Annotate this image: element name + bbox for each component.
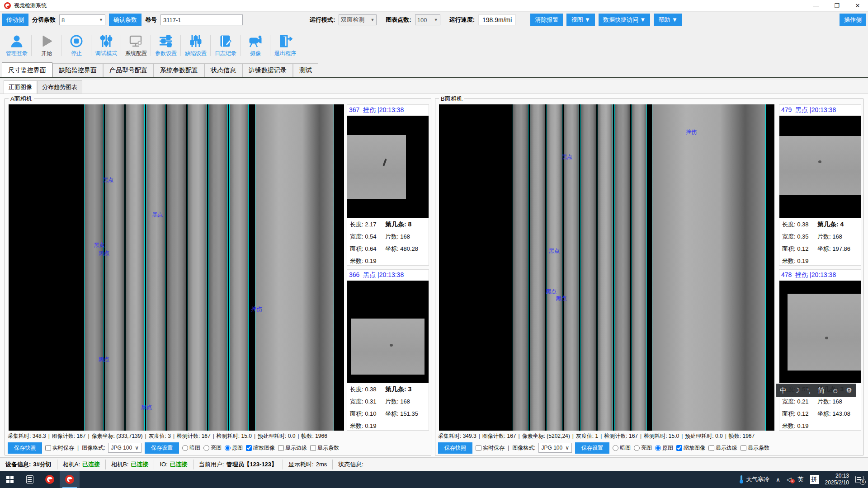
defect-card[interactable]: 478 挫伤 |20:13:38 长度: 0.57 第几条: 3 宽度: 0.2… (779, 269, 861, 431)
save-settings-button[interactable]: 保存设置 (145, 442, 179, 454)
chart-points-select[interactable]: 100▼ (415, 14, 440, 25)
drive-side-button[interactable]: 传动侧 (2, 14, 28, 26)
defect-card[interactable]: 366 黑点 |20:13:38 长度: 0.38 第几条: 3 宽度: 0.3… (347, 269, 429, 431)
camera-a-panel: A面相机 黑点黑点黑点黑点挫伤黑点黑点 367 挫伤 |20:13:38 (5, 99, 431, 455)
taskbar: 天气寒冷 ∧ ◁× 英 拼 20:13 2025/2/10 6 (0, 471, 868, 488)
zoom-image-checkbox[interactable]: 缩放图像 (676, 444, 705, 452)
tab-size-monitor[interactable]: 尺寸监控界面 (2, 62, 52, 77)
show-edge-checkbox[interactable]: 显示边缘 (278, 444, 307, 452)
defect-label: 黑点 (549, 247, 560, 255)
tab-defect-monitor[interactable]: 缺陷监控界面 (52, 63, 103, 77)
dark-image-radio[interactable]: 暗图 (613, 444, 631, 452)
operate-side-button[interactable]: 操作侧 (840, 14, 866, 26)
taskbar-app-button-active[interactable] (60, 471, 80, 488)
defect-stats: 长度: 0.38 第几条: 4 宽度: 0.35 片数: 168 面积: 0.1… (779, 218, 861, 265)
maximize-button[interactable]: ❐ (826, 0, 847, 11)
inspection-app-icon (45, 475, 54, 484)
save-settings-button[interactable]: 保存设置 (575, 442, 609, 454)
defect-settings-button[interactable]: 缺陷设置 (181, 31, 211, 61)
slit-strip (146, 104, 165, 431)
defect-header: 366 黑点 |20:13:38 (347, 270, 429, 281)
original-image-radio[interactable]: 原图 (655, 444, 673, 452)
defect-header: 479 黑点 |20:13:38 (779, 105, 861, 116)
data-quick-access-button[interactable]: 数据快捷访问 ▼ (599, 14, 650, 26)
clear-alarm-button[interactable]: 清除报警 (530, 14, 563, 26)
tab-distribution-trend-chart[interactable]: 分布趋势图表 (37, 80, 82, 94)
close-button[interactable]: ✕ (847, 0, 868, 11)
exit-program-button[interactable]: 退出程序 (270, 31, 300, 61)
realtime-save-checkbox[interactable]: 实时保存 (45, 444, 74, 452)
slit-strip (167, 104, 186, 431)
slit-strip (513, 104, 528, 431)
status-bar: 设备信息:3#分切 相机A:已连接 相机B:已连接 IO:已连接 当前用户:管理… (0, 457, 868, 471)
chevron-down-icon: ▼ (370, 18, 374, 22)
start-button[interactable]: 开始 (32, 31, 61, 61)
wide-strip (255, 104, 334, 431)
ime-punctuation-button[interactable]: ’, (807, 387, 811, 394)
tab-test[interactable]: 测试 (293, 63, 318, 77)
zoom-image-checkbox[interactable]: 缩放图像 (246, 444, 275, 452)
taskbar-clock[interactable]: 20:13 2025/2/10 (825, 473, 849, 486)
thermometer-icon (739, 475, 744, 483)
volume-muted-icon[interactable]: ◁× (787, 476, 792, 483)
ime-indicator[interactable]: 拼 (810, 475, 819, 484)
tab-front-image[interactable]: 正面图像 (4, 80, 37, 94)
ime-mode-button[interactable]: 中 (780, 386, 787, 395)
ime-settings-icon[interactable]: ⚙ (846, 386, 852, 394)
defect-card[interactable]: 479 黑点 |20:13:38 长度: 0.38 第几条: 4 宽度: 0.3… (779, 104, 861, 266)
show-edge-checkbox[interactable]: 显示边缘 (708, 444, 737, 452)
bright-image-radio[interactable]: 亮图 (203, 444, 222, 452)
admin-login-button[interactable]: 管理登录 (2, 31, 32, 61)
taskbar-app-button[interactable] (40, 471, 60, 488)
stop-button[interactable]: 停止 (61, 31, 91, 61)
save-snapshot-button[interactable]: 保存快照 (8, 442, 42, 454)
slit-strip (547, 104, 562, 431)
tab-product-model-config[interactable]: 产品型号配置 (103, 63, 154, 77)
tab-edge-data-record[interactable]: 边缘数据记录 (242, 63, 293, 77)
defect-label: 挫伤 (251, 305, 262, 313)
log-record-button[interactable]: 日志记录 (211, 31, 241, 61)
tray-expand-button[interactable]: ∧ (776, 476, 780, 483)
system-config-button[interactable]: 系统配置 (121, 31, 151, 61)
ime-simplified-button[interactable]: 简 (818, 386, 825, 395)
ime-fullwidth-icon[interactable]: ☽ (794, 386, 800, 394)
debug-mode-button[interactable]: 调试模式 (91, 31, 121, 61)
run-speed-value: 198.9m/mi (478, 14, 516, 25)
capture-button[interactable]: 摄像 (241, 31, 270, 61)
parameter-settings-button[interactable]: 参数设置 (151, 31, 181, 61)
camera-a-image[interactable]: 黑点黑点黑点黑点挫伤黑点黑点 (9, 104, 344, 431)
realtime-save-checkbox[interactable]: 实时保存 (476, 444, 505, 452)
camera-b-image[interactable]: 挫伤黑点黑点黑点黑点 (439, 104, 774, 431)
show-count-checkbox[interactable]: 显示条数 (741, 444, 769, 452)
strip-band (84, 104, 249, 431)
save-snapshot-button[interactable]: 保存快照 (438, 442, 472, 454)
start-menu-button[interactable] (0, 471, 20, 488)
weather-widget[interactable]: 天气寒冷 (739, 475, 769, 483)
slit-strip (84, 104, 104, 431)
image-format-select[interactable]: JPG 100∨ (108, 443, 142, 453)
language-indicator[interactable]: 英 (798, 475, 804, 483)
defect-card[interactable]: 367 挫伤 |20:13:38 长度: 2.17 第几条: 8 宽度: 0.5… (347, 104, 429, 266)
stop-icon (69, 34, 84, 48)
tab-status-info[interactable]: 状态信息 (204, 63, 242, 77)
bright-image-radio[interactable]: 亮图 (634, 444, 652, 452)
slit-count-label: 分切条数 (32, 16, 56, 24)
original-image-radio[interactable]: 原图 (225, 444, 243, 452)
run-mode-select[interactable]: 双面检测▼ (339, 14, 377, 25)
ime-emoji-button[interactable]: ☺ (832, 387, 839, 394)
view-menu-button[interactable]: 视图 ▼ (566, 14, 594, 26)
image-format-select[interactable]: JPG 100∨ (538, 443, 572, 453)
camera-a-controls: 保存快照 实时保存 |图像格式: JPG 100∨ 保存设置 暗图 亮图 原图 … (8, 442, 429, 453)
show-count-checkbox[interactable]: 显示条数 (310, 444, 339, 452)
taskbar-app-button[interactable] (20, 471, 40, 488)
slit-count-select[interactable]: 8▼ (59, 14, 105, 25)
roll-number-input[interactable] (160, 14, 243, 25)
sliders-horizontal-icon (159, 34, 173, 48)
tab-system-param-config[interactable]: 系统参数配置 (154, 63, 204, 77)
minimize-button[interactable]: — (806, 0, 826, 11)
help-menu-button[interactable]: 帮助 ▼ (654, 14, 682, 26)
confirm-count-button[interactable]: 确认条数 (109, 14, 142, 26)
notification-center-icon[interactable]: 6 (855, 476, 863, 483)
camera-a-defect-list: 367 挫伤 |20:13:38 长度: 2.17 第几条: 8 宽度: 0.5… (347, 104, 429, 431)
dark-image-radio[interactable]: 暗图 (182, 444, 200, 452)
